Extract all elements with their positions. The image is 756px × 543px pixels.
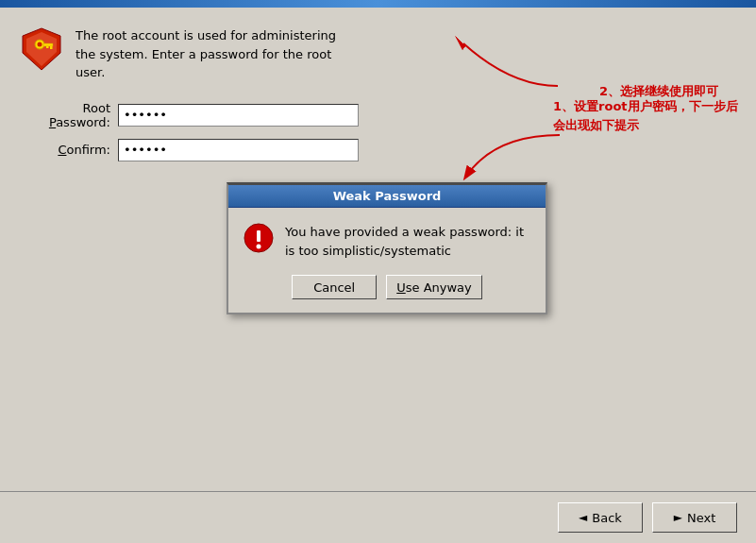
svg-point-3 (38, 42, 42, 47)
next-button[interactable]: ► Next (652, 502, 737, 533)
root-password-input[interactable] (118, 104, 359, 127)
cancel-button[interactable]: Cancel (292, 275, 377, 299)
svg-rect-9 (257, 230, 260, 242)
next-label: Next (687, 511, 715, 525)
top-bar (0, 0, 756, 8)
dialog-body: You have provided a weak password: it is… (228, 208, 546, 271)
use-anyway-button[interactable]: Use Anyway (386, 275, 482, 299)
annotation-2: 2、选择继续使用即可 (599, 83, 718, 100)
confirm-input[interactable] (118, 139, 359, 161)
back-label: Back (592, 511, 622, 525)
back-arrow-icon: ◄ (579, 511, 587, 524)
next-arrow-icon: ► (674, 511, 682, 524)
arrow-2-icon (454, 25, 567, 91)
svg-point-10 (257, 245, 261, 249)
root-password-label: Root Password: (19, 101, 118, 129)
svg-rect-6 (46, 46, 49, 48)
dialog-title: Weak Password (333, 189, 442, 203)
weak-password-dialog: Weak Password You have provided a weak p… (227, 182, 547, 314)
header-section: The root account is used for administeri… (19, 26, 728, 82)
bottom-nav-bar: ◄ Back ► Next (0, 491, 756, 543)
dialog-buttons: Cancel Use Anyway (228, 271, 546, 313)
back-button[interactable]: ◄ Back (558, 502, 643, 533)
annotation-1: 1、设置root用户密码，下一步后会出现如下提示 (553, 97, 742, 134)
svg-rect-5 (50, 46, 53, 49)
dialog-title-bar: Weak Password (228, 185, 546, 208)
dialog-message: You have provided a weak password: it is… (285, 223, 530, 260)
main-content: The root account is used for administeri… (0, 8, 756, 190)
header-description: The root account is used for administeri… (76, 26, 349, 82)
svg-rect-4 (43, 43, 53, 46)
shield-key-icon (19, 26, 64, 72)
error-icon (244, 223, 274, 253)
confirm-row: Confirm: (19, 139, 728, 161)
confirm-label: Confirm: (19, 143, 118, 157)
arrow-1-icon (456, 130, 569, 187)
